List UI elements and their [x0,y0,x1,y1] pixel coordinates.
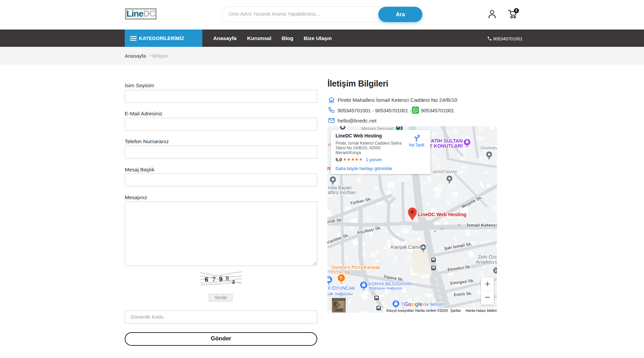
svg-text:İİ OYUNCAK: İİ OYUNCAK [328,285,356,291]
svg-text:Anadolu Li: Anadolu Li [476,259,497,265]
svg-text:8: 8 [226,275,229,282]
svg-text:FATİH SULTAN: FATİH SULTAN [428,138,463,144]
svg-text:cak mağazası: cak mağazası [327,291,353,296]
svg-text:APARTMANI: APARTMANI [432,170,457,174]
svg-text:G: G [404,301,408,307]
svg-text:Bilgisayar mağazası: Bilgisayar mağazası [369,286,402,290]
svg-text:Zeki Özde: Zeki Özde [478,254,497,260]
svg-text:ET KONUTLARI: ET KONUTLARI [426,143,463,149]
svg-text:6: 6 [205,276,208,283]
svg-text:KONYA BİLGİSAYAR: KONYA BİLGİSAYAR [368,281,412,286]
svg-text:Klavye kısayolları: Klavye kısayolları [386,308,414,313]
svg-text:LineDC Web Hosting: LineDC Web Hosting [418,212,466,217]
svg-text:o: o [411,301,415,307]
svg-text:Harita hatası bildirin: Harita hatası bildirin [466,308,497,313]
svg-text:e: e [420,301,423,307]
svg-text:Domino's Pizza Karatay: Domino's Pizza Karatay [331,265,380,270]
svg-text:Kavşak Cami: Kavşak Cami [391,244,420,250]
svg-text:2: 2 [232,279,235,285]
svg-text:Şartlar: Şartlar [450,308,461,313]
svg-text:9: 9 [219,276,223,283]
svg-text:Güvenev: Güvenev [481,146,497,150]
svg-text:Harita verileri ©2024: Harita verileri ©2024 [415,308,448,313]
svg-text:o: o [408,301,411,307]
svg-text:7: 7 [212,276,216,283]
svg-text:İsmail Ketenci: İsmail Ketenci [467,223,497,228]
svg-text:ıaförü Kezban: ıaförü Kezban [327,190,356,195]
